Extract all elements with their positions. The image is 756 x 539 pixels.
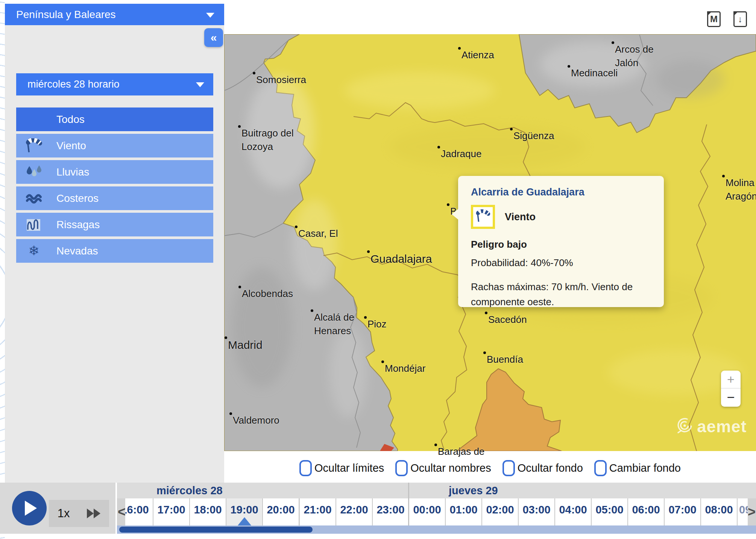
aemet-warnings-app: Península y Baleares « miércoles 28 hora… [0, 0, 756, 539]
aemet-logo: aemet [674, 417, 747, 436]
city-dot [311, 309, 313, 312]
map-document-button[interactable]: M [707, 11, 721, 27]
filter-label: Todos [56, 114, 85, 126]
timeline-scroll-right-button[interactable]: > [748, 503, 756, 521]
popup-probability: Probabilidad: 40%-70% [471, 257, 651, 269]
day-selector-dropdown[interactable]: miércoles 28 horario [16, 73, 213, 95]
map-zoom-control: + − [721, 371, 741, 407]
play-icon [25, 501, 37, 516]
fast-forward-button[interactable] [87, 509, 100, 518]
day-group-jueves-29: jueves 29 [409, 483, 756, 498]
tide-graph-icon [24, 217, 43, 233]
playback-speed-box: 1x [49, 500, 109, 527]
collapse-left-icon: « [211, 31, 217, 44]
warning-popup: Alcarria de Guadalajara Viento Peligro b… [458, 176, 664, 307]
background-decoration [0, 0, 5, 539]
time-cell-2300[interactable]: 23:00 [373, 498, 408, 525]
time-cell-0100[interactable]: 01:00 [446, 498, 481, 525]
filter-label: Costeros [56, 192, 99, 204]
map-overlay-controls: Ocultar límites Ocultar nombres Ocultar … [224, 453, 756, 483]
aemet-logo-text: aemet [697, 417, 747, 436]
time-cell-0500[interactable]: 05:00 [592, 498, 627, 525]
city-dot [238, 286, 241, 288]
hazard-icon-box [471, 205, 495, 229]
checkbox-group-ocultar-fondo: Ocultar fondo [502, 460, 583, 476]
download-document-button[interactable]: ↓ [733, 11, 747, 27]
popup-title: Alcarria de Guadalajara [471, 186, 651, 198]
city-dot [437, 146, 440, 148]
checkbox-label: Ocultar límites [314, 462, 384, 474]
checkbox-label: Ocultar fondo [518, 462, 583, 474]
chevron-down-icon [206, 13, 214, 18]
fast-forward-icon [94, 509, 100, 518]
city-dot [364, 316, 367, 319]
ocultar-limites-checkbox[interactable] [299, 460, 312, 476]
region-selector-label: Península y Baleares [16, 9, 116, 21]
ocultar-nombres-checkbox[interactable] [395, 460, 408, 476]
day-group-miercoles-28: miércoles 28 [117, 483, 408, 498]
checkbox-label: Cambiar fondo [609, 462, 681, 474]
city-dot [612, 41, 614, 44]
timeline-scrollbar-thumb[interactable] [119, 527, 313, 533]
day-selector-label: miércoles 28 horario [27, 79, 120, 90]
waves-icon [24, 191, 43, 206]
region-selector-dropdown[interactable]: Península y Baleares [5, 4, 224, 25]
speed-value[interactable]: 1x [58, 507, 70, 520]
download-arrow-icon: ↓ [738, 14, 742, 24]
city-dot [367, 250, 370, 253]
time-cell-1800[interactable]: 18:00 [190, 498, 226, 525]
cambiar-fondo-checkbox[interactable] [594, 460, 607, 476]
fast-forward-icon [87, 509, 94, 518]
filter-viento[interactable]: Viento [16, 134, 213, 157]
doc-m-glyph: M [710, 14, 718, 24]
time-cell-0700[interactable]: 07:00 [665, 498, 700, 525]
time-cell-0200[interactable]: 02:00 [482, 498, 518, 525]
time-cell-0000[interactable]: 00:00 [409, 498, 445, 525]
time-cell-0800[interactable]: 08:00 [701, 498, 737, 525]
city-dot [458, 47, 461, 50]
zoom-in-button[interactable]: + [721, 371, 741, 389]
city-dot [253, 72, 255, 74]
play-button[interactable] [12, 491, 47, 525]
selected-time-marker [238, 517, 251, 525]
ocultar-fondo-checkbox[interactable] [502, 460, 515, 476]
city-dot [510, 128, 513, 130]
filter-label: Nevadas [56, 245, 98, 257]
aemet-swirl-icon [674, 418, 694, 436]
filter-lluvias[interactable]: Lluvias [16, 160, 213, 184]
filter-label: Viento [56, 140, 86, 152]
time-cell-0600[interactable]: 06:00 [628, 498, 664, 525]
zoom-out-button[interactable]: − [721, 389, 741, 406]
city-dot [483, 351, 486, 354]
city-dot [381, 360, 384, 363]
time-cell-0400[interactable]: 04:00 [555, 498, 591, 525]
checkbox-group-ocultar-nombres: Ocultar nombres [395, 460, 491, 476]
time-cell-2200[interactable]: 22:00 [336, 498, 372, 525]
city-dot [238, 125, 241, 128]
time-cell-0300[interactable]: 03:00 [519, 498, 554, 525]
city-dot [295, 226, 298, 228]
city-dot [485, 312, 487, 314]
city-dot [229, 412, 232, 415]
time-cell-1700[interactable]: 17:00 [153, 498, 189, 525]
sidebar-collapse-button[interactable]: « [204, 28, 223, 47]
windsock-icon [24, 138, 43, 154]
filter-todos[interactable]: Todos [16, 107, 213, 131]
filter-costeros[interactable]: Costeros [16, 186, 213, 210]
filter-nevadas[interactable]: ❄ Nevadas [16, 239, 213, 263]
time-cell-2100[interactable]: 21:00 [300, 498, 335, 525]
snowflake-icon: ❄ [24, 243, 43, 259]
windsock-icon [475, 209, 491, 224]
checkbox-group-cambiar-fondo: Cambiar fondo [594, 460, 681, 476]
chevron-down-icon [196, 82, 204, 87]
time-cell-1900-selected[interactable]: 19:00 [226, 498, 262, 525]
filter-rissagas[interactable]: Rissagas [16, 213, 213, 236]
popup-hazard-name: Viento [505, 211, 536, 223]
timeline-scroll-left-button[interactable]: < [118, 503, 126, 521]
checkbox-label: Ocultar nombres [410, 462, 491, 474]
filter-label: Lluvias [56, 166, 89, 178]
city-dot [447, 203, 449, 206]
filter-label: Rissagas [56, 219, 100, 231]
time-cell-2000[interactable]: 20:00 [263, 498, 299, 525]
city-dot [722, 175, 725, 177]
